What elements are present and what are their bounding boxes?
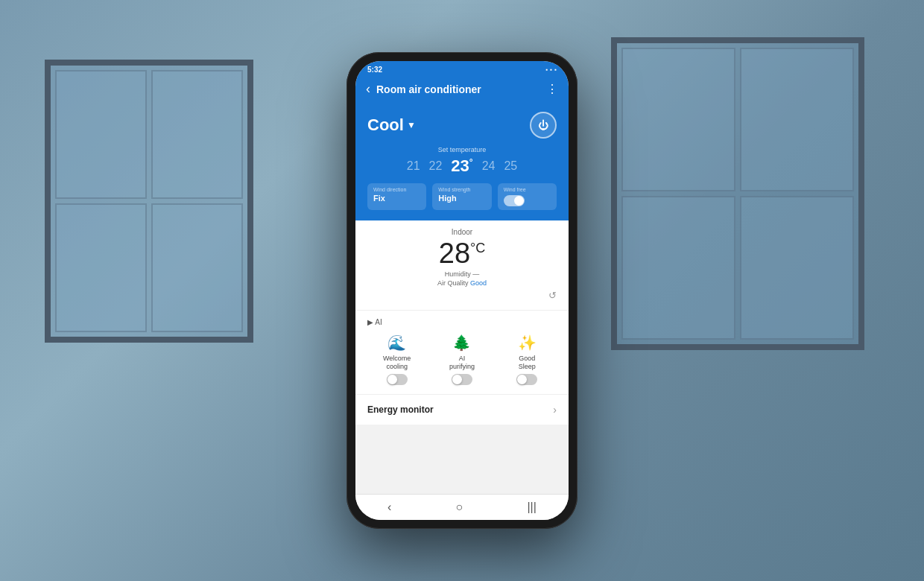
energy-monitor-arrow: ›: [553, 404, 557, 416]
energy-monitor-label: Energy monitor: [367, 404, 434, 415]
mode-value: Cool: [367, 115, 404, 135]
nav-back-button[interactable]: ‹: [387, 501, 391, 514]
power-button[interactable]: ⏻: [530, 112, 557, 139]
temp-21[interactable]: 21: [407, 159, 420, 173]
energy-monitor-row[interactable]: Energy monitor ›: [355, 394, 569, 425]
status-icons: ▪ ▪ ▪: [545, 66, 557, 73]
battery-icon: ▪: [545, 66, 548, 73]
wind-strength-control[interactable]: Wind strength High: [432, 183, 491, 210]
ai-card-welcome-cooling[interactable]: 🌊 Welcomecooling: [367, 334, 426, 385]
wind-direction-value: Fix: [373, 194, 420, 203]
left-window: [45, 60, 253, 343]
right-window: [611, 37, 864, 350]
back-button[interactable]: ‹: [366, 81, 370, 97]
good-sleep-label: GoodSleep: [519, 355, 536, 371]
status-time: 5:32: [367, 66, 382, 74]
mode-row: Cool ▼ ⏻: [367, 112, 557, 139]
ai-section-title: ▶ AI: [367, 318, 557, 326]
wind-strength-label: Wind strength: [438, 187, 485, 192]
wifi-icon: ▪: [550, 66, 552, 73]
wind-free-control[interactable]: Wind free: [498, 183, 557, 210]
air-quality-value: Good: [470, 279, 487, 287]
wind-direction-label: Wind direction: [373, 187, 420, 192]
ai-card-good-sleep[interactable]: ✨ GoodSleep: [498, 334, 557, 385]
temperature-section: Set temperature 21 22 23° 24 25: [367, 146, 557, 176]
ai-purifying-icon: 🌲: [452, 334, 471, 352]
ai-purifying-toggle-thumb: [452, 375, 462, 384]
ai-purifying-toggle[interactable]: [452, 374, 472, 385]
set-temperature-label: Set temperature: [367, 146, 557, 153]
welcome-cooling-icon: 🌊: [387, 334, 406, 352]
ai-section: ▶ AI 🌊 Welcomecooling 🌲 AIpurifying: [355, 310, 569, 394]
mode-selector[interactable]: Cool ▼: [367, 115, 416, 135]
degree-symbol: °: [469, 157, 473, 168]
menu-button[interactable]: ⋮: [546, 82, 558, 96]
mode-dropdown-arrow: ▼: [407, 120, 416, 130]
phone-screen: 5:32 ▪ ▪ ▪ ‹ Room air conditioner ⋮ Cool: [355, 61, 569, 520]
nav-recent-button[interactable]: |||: [527, 501, 536, 514]
ai-purifying-label: AIpurifying: [449, 355, 475, 371]
temp-22[interactable]: 22: [429, 159, 443, 173]
ai-cards-container: 🌊 Welcomecooling 🌲 AIpurifying: [367, 334, 557, 385]
indoor-temperature: 28°C: [367, 239, 557, 267]
temperature-row[interactable]: 21 22 23° 24 25: [367, 156, 557, 176]
nav-home-button[interactable]: ○: [456, 501, 463, 514]
temp-25[interactable]: 25: [504, 159, 517, 173]
app-header: ‹ Room air conditioner ⋮: [355, 77, 569, 104]
phone-device: 5:32 ▪ ▪ ▪ ‹ Room air conditioner ⋮ Cool: [346, 52, 578, 529]
phone-wrapper: 5:32 ▪ ▪ ▪ ‹ Room air conditioner ⋮ Cool: [346, 52, 578, 529]
welcome-cooling-label: Welcomecooling: [383, 355, 411, 371]
status-bar: 5:32 ▪ ▪ ▪: [355, 61, 569, 77]
celsius-unit: °C: [470, 241, 485, 255]
signal-icon: ▪: [554, 66, 557, 73]
wind-free-toggle-thumb: [514, 196, 524, 206]
refresh-button[interactable]: ↺: [367, 290, 557, 301]
indoor-air-quality: Air Quality Good: [367, 279, 557, 287]
bottom-navigation: ‹ ○ |||: [355, 494, 569, 520]
wind-controls-row: Wind direction Fix Wind strength High Wi…: [367, 183, 557, 210]
page-title: Room air conditioner: [376, 83, 546, 95]
ai-card-purifying[interactable]: 🌲 AIpurifying: [432, 334, 491, 385]
blue-control-panel: Cool ▼ ⏻ Set temperature 21 22 23° 24 25: [355, 104, 569, 220]
indoor-title: Indoor: [367, 228, 557, 236]
welcome-cooling-toggle-thumb: [387, 375, 397, 384]
wind-free-label: Wind free: [504, 187, 526, 192]
wind-free-toggle[interactable]: [504, 195, 525, 206]
good-sleep-toggle[interactable]: [516, 374, 537, 385]
power-icon: ⏻: [538, 119, 548, 131]
welcome-cooling-toggle[interactable]: [387, 374, 408, 385]
indoor-humidity: Humidity —: [367, 270, 557, 278]
wind-direction-control[interactable]: Wind direction Fix: [367, 183, 426, 210]
air-quality-label: Air Quality: [437, 279, 469, 287]
good-sleep-icon: ✨: [518, 334, 537, 352]
good-sleep-toggle-thumb: [517, 375, 527, 384]
indoor-temp-value: 28: [439, 238, 470, 269]
indoor-section: Indoor 28°C Humidity — Air Quality Good …: [355, 220, 569, 310]
temp-24[interactable]: 24: [482, 159, 496, 173]
wind-strength-value: High: [438, 194, 485, 203]
temp-23-active[interactable]: 23°: [451, 156, 472, 176]
